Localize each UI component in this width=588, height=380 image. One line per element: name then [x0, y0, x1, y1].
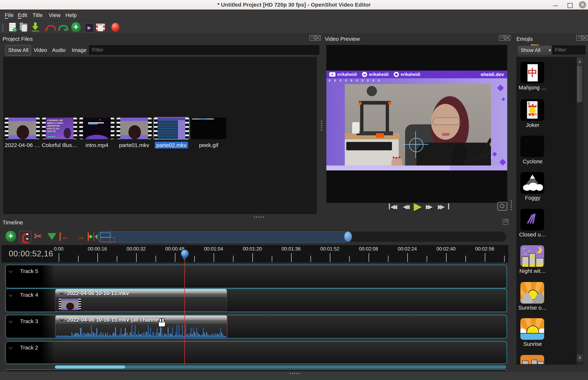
file-thumb-intro[interactable] — [79, 118, 114, 139]
vertical-splitter-handle[interactable] — [321, 121, 322, 132]
timeline-zoom-handle[interactable] — [344, 231, 352, 242]
timeline-zoom-range[interactable] — [97, 231, 349, 243]
file-label[interactable]: parte01.mkv — [115, 141, 153, 149]
file-label[interactable]: intro.mp4 — [78, 141, 115, 149]
emoji-mahjong[interactable]: 中 — [520, 62, 544, 83]
scroll-up-icon[interactable]: ▲ — [577, 57, 583, 65]
timeline-hscrollbar-thumb[interactable] — [55, 365, 125, 369]
ruler-tick-minor — [427, 256, 427, 262]
emoji-cyclone[interactable] — [520, 136, 544, 157]
pen-holder — [352, 122, 359, 133]
emoji-sunrise-over-mountains[interactable] — [520, 282, 544, 304]
rewind-icon[interactable]: ◀◀ — [403, 203, 407, 210]
save-project-icon[interactable] — [30, 22, 41, 32]
snapping-toggle-icon[interactable] — [19, 231, 31, 243]
emoji-label: Cyclone — [510, 158, 555, 165]
undo-icon[interactable] — [45, 22, 55, 32]
fast-forward-icon[interactable]: ▶▶ — [426, 203, 430, 210]
emoji-sunrise[interactable] — [520, 318, 544, 340]
timeline-ruler[interactable]: 0:0000:00:1600:00:3200:00:4800:01:0400:0… — [1, 245, 508, 263]
tab-audio[interactable]: Audio — [52, 45, 66, 55]
close-panel-icon[interactable] — [505, 35, 510, 41]
file-label[interactable]: 2022-04-06 … — [4, 141, 41, 149]
jump-start-icon[interactable] — [389, 203, 390, 209]
export-video-icon[interactable] — [110, 22, 121, 32]
undock-icon[interactable] — [309, 35, 315, 41]
emoji-joker[interactable]: J — [520, 99, 544, 121]
clip-audio-selected[interactable]: 2022-04-06 10-16-13.mkv (all channels) — [55, 315, 227, 338]
razor-icon[interactable]: ✂ — [34, 231, 46, 243]
track-3-row[interactable]: Track 3 2022-04-06 10-16-13.mkv (all cha… — [5, 315, 507, 338]
jump-end-icon[interactable]: ▶▶ — [438, 203, 442, 210]
jump-start-icon[interactable]: ◀◀ — [390, 203, 395, 210]
file-thumb-colorful-illustration[interactable]: CRIANDO UM MINICLI PARA IMPORTAR POSTS D… — [42, 118, 77, 139]
timeline-zoom-track[interactable] — [348, 231, 506, 242]
bottom-splitter-handle[interactable] — [290, 373, 300, 374]
emoji-scrollbar[interactable] — [576, 57, 583, 365]
title-bar[interactable]: * Untitled Project [HD 720p 30 fps] - Op… — [0, 0, 588, 10]
emoji-scrollbar-thumb[interactable] — [577, 65, 583, 102]
undock-icon[interactable] — [499, 35, 504, 41]
next-marker-icon[interactable]: → — [76, 231, 90, 243]
track-5-row[interactable]: Track 5 — [5, 265, 507, 288]
github-handle: erikaheidi — [401, 72, 420, 77]
horizontal-splitter-handle[interactable] — [254, 216, 265, 218]
ruler-tick-minor — [233, 256, 233, 262]
undock-icon[interactable] — [576, 35, 582, 41]
file-thumb-parte02[interactable] — [154, 118, 189, 139]
emoji-night-with-stars[interactable] — [520, 245, 544, 267]
menu-help[interactable]: Help — [64, 10, 79, 21]
emoji-filter-dropdown[interactable]: Show All ▾ — [517, 45, 554, 56]
vertical-splitter-handle-2[interactable] — [511, 200, 512, 211]
tab-show-all[interactable]: Show All — [5, 45, 31, 56]
scroll-down-icon[interactable]: ▼ — [577, 354, 583, 362]
emoji-cityscape-partial[interactable] — [520, 355, 544, 364]
undock-icon[interactable] — [503, 219, 508, 225]
ruler-tick-minor — [388, 256, 389, 262]
file-label[interactable]: peek.gif — [190, 141, 227, 149]
close-panel-icon[interactable] — [582, 35, 588, 41]
file-label-selected[interactable]: parte02.mkv — [154, 141, 189, 149]
playhead-tail[interactable] — [182, 257, 187, 261]
file-thumb-peek[interactable] — [191, 118, 226, 139]
project-files-filter-input[interactable] — [89, 45, 319, 55]
open-project-icon[interactable] — [19, 22, 29, 32]
emoji-label: Closed u… — [510, 231, 555, 238]
previous-marker-icon[interactable]: ← — [60, 231, 74, 243]
emoji-filter-input[interactable] — [552, 45, 586, 55]
menu-title[interactable]: Title — [31, 10, 45, 21]
menu-file[interactable]: File — [3, 10, 15, 21]
ruler-tick-major — [59, 253, 59, 262]
tab-video[interactable]: Video — [34, 45, 47, 55]
play-icon[interactable]: ▶ — [414, 200, 422, 212]
menu-view[interactable]: View — [47, 10, 62, 21]
track-4-row[interactable]: Track 4 2022-04-06 10-16-13.mkv — [5, 288, 507, 312]
close-icon[interactable]: × — [579, 1, 586, 8]
jump-end-bar[interactable] — [448, 203, 449, 209]
new-project-icon[interactable]: + — [7, 22, 18, 32]
clip-video[interactable]: 2022-04-06 10-16-13.mkv — [55, 289, 227, 311]
camera-view — [345, 84, 491, 166]
file-thumb-parte01[interactable] — [117, 118, 152, 139]
file-label[interactable]: Colorful Illus… — [41, 141, 78, 149]
emoji-closed-umbrella[interactable] — [520, 209, 544, 230]
track-1-row-clipped[interactable] — [5, 369, 507, 371]
emoji-foggy[interactable] — [520, 172, 544, 194]
track-2-row[interactable]: Track 2 — [5, 341, 507, 364]
minimize-icon[interactable] — [553, 5, 558, 6]
fullscreen-icon[interactable] — [95, 22, 106, 32]
redo-icon[interactable] — [57, 22, 67, 32]
ruler-label: 00:02:24 — [392, 246, 423, 252]
snapshot-icon[interactable] — [497, 202, 507, 211]
tab-image[interactable]: Image — [72, 45, 87, 55]
toolbar-grip[interactable] — [2, 24, 4, 31]
menu-edit[interactable]: Edit — [16, 10, 29, 21]
choose-profile-icon[interactable]: ▶ — [84, 22, 94, 32]
maximize-icon[interactable] — [568, 3, 573, 8]
add-track-icon[interactable]: + — [5, 231, 16, 242]
file-thumb-2022-04-06[interactable] — [5, 118, 40, 139]
add-marker-icon[interactable] — [48, 233, 60, 245]
emoji-label: Mahjong … — [510, 84, 555, 91]
close-panel-icon[interactable] — [315, 35, 321, 41]
import-files-icon[interactable]: + — [71, 22, 81, 32]
